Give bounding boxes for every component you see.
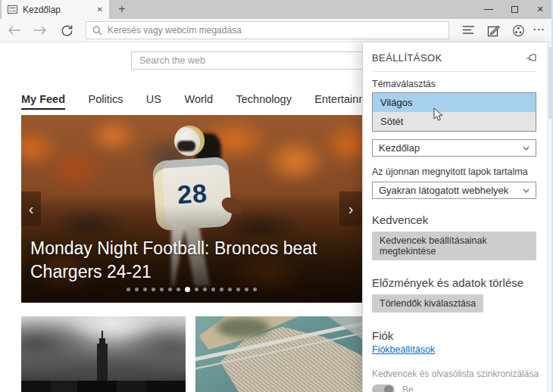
open-with-dropdown[interactable]: Kezdőlap [372,139,536,157]
forward-icon[interactable] [33,26,47,35]
refresh-icon[interactable] [61,24,74,38]
new-tab-button[interactable]: + [114,1,130,17]
share-icon[interactable] [512,24,526,38]
browser-toolbar: ⋯ [0,19,553,42]
settings-title: BEÁLLÍTÁSOK [372,52,442,64]
mouse-cursor [433,107,443,122]
nav-item-politics[interactable]: Politics [88,93,123,108]
carousel-dot[interactable] [220,288,223,291]
clear-browsing-heading: Előzmények és adatok törlése [372,276,536,289]
carousel-dot[interactable] [160,288,164,291]
theme-label: Témaválasztás [372,79,536,89]
carousel-dot[interactable] [127,288,130,291]
carousel-dot[interactable] [245,288,248,291]
close-button[interactable]: ✕ [527,0,553,19]
aerial-photo[interactable] [195,316,362,392]
tab-close-icon[interactable]: ✕ [97,5,103,14]
maximize-button[interactable] [501,0,527,19]
nav-item-us[interactable]: US [146,93,161,108]
chevron-down-icon [523,146,530,151]
favorites-settings-button[interactable]: Kedvencek beállításainak megtekintése [372,232,536,260]
maximize-icon [511,6,518,13]
favorites-heading: Kedvencek [372,213,536,226]
settings-panel: BEÁLLÍTÁSOK Témaválasztás Világos Sötét … [362,42,553,392]
carousel-dot[interactable] [177,288,180,291]
hero-carousel[interactable]: 28 Monday Night Football: Broncos beat C… [21,115,362,303]
nav-item-world[interactable]: World [184,93,213,108]
back-icon[interactable] [8,26,21,35]
window-controls: — ✕ [476,0,553,19]
city-photo[interactable] [21,316,186,392]
carousel-dot[interactable] [143,288,147,291]
account-heading: Fiók [372,329,536,342]
skyscraper-graphic [97,344,108,383]
account-settings-link[interactable]: Fiókbeállítások [372,344,435,355]
sync-label: Kedvencek és olvasólista szinkronizálása [372,369,536,379]
new-tabs-label: Az újonnan megnyitott lapok tartalma [372,166,536,177]
browser-tab[interactable]: Kezdőlap ✕ [2,0,109,19]
minimize-button[interactable]: — [476,0,501,19]
sync-toggle[interactable] [372,384,395,392]
carousel-dot[interactable] [211,288,215,291]
theme-option-light[interactable]: Világos [373,93,536,112]
web-search-input[interactable] [131,51,372,70]
new-tabs-dropdown[interactable]: Gyakran látogatott webhelyek [372,182,536,199]
titlebar: Kezdőlap ✕ + — ✕ [0,0,553,19]
carousel-prev-button[interactable]: ‹ [21,191,41,226]
theme-option-dark[interactable]: Sötét [373,112,536,131]
carousel-dot[interactable] [152,288,155,291]
address-input[interactable] [108,25,442,36]
sync-state-label: Be [402,384,414,392]
hub-icon[interactable] [462,24,476,38]
start-page-icon [8,5,17,14]
carousel-dot[interactable] [253,288,257,291]
carousel-dot[interactable] [185,287,190,292]
chevron-down-icon [523,188,530,193]
theme-listbox: Világos Sötét [372,92,536,132]
address-bar[interactable] [86,21,449,39]
carousel-dot[interactable] [135,288,139,291]
hero-headline: Monday Night Football: Broncos beat Char… [30,237,342,283]
search-icon [92,26,102,36]
tab-title: Kezdőlap [23,5,92,15]
carousel-dot[interactable] [203,288,207,291]
carousel-dot[interactable] [228,288,232,291]
nav-item-my-feed[interactable]: My Feed [21,93,65,110]
more-icon[interactable]: ⋯ [533,22,545,36]
carousel-dot[interactable] [168,288,172,291]
choose-what-to-clear-button[interactable]: Törlendők kiválasztása [372,294,483,313]
carousel-dots[interactable] [124,282,259,296]
carousel-dot[interactable] [236,288,240,291]
web-note-icon[interactable] [487,24,501,38]
carousel-next-button[interactable]: › [339,191,362,226]
nav-item-technology[interactable]: Technology [236,93,292,108]
pin-icon[interactable] [526,53,536,62]
carousel-dot[interactable] [195,288,198,291]
